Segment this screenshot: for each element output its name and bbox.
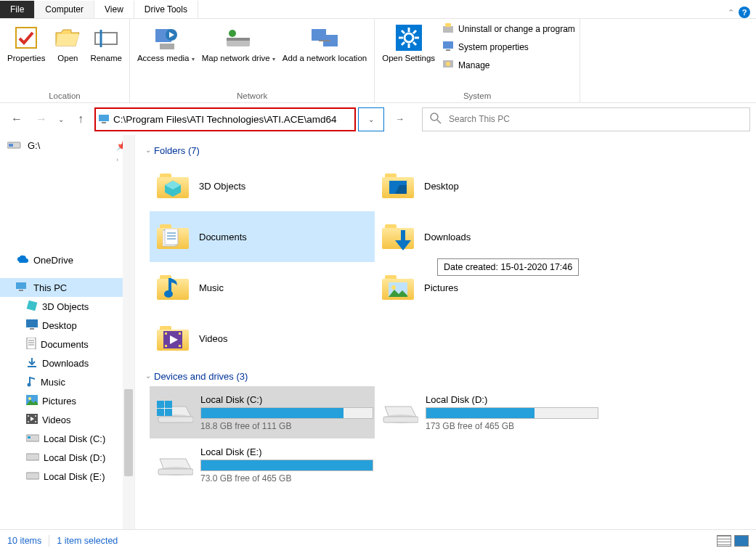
section-drives[interactable]: Devices and drives (3) (135, 367, 750, 386)
drive-free-text: 173 GB free of 465 GB (426, 421, 598, 431)
open-button[interactable]: Open (49, 22, 86, 65)
map-network-drive-button[interactable]: Map network drive ▾ (199, 22, 278, 65)
svg-rect-71 (165, 332, 167, 335)
folder-tile[interactable]: Documents (150, 211, 375, 262)
section-folders[interactable]: Folders (7) (135, 141, 750, 160)
open-settings-button[interactable]: Open Settings (379, 22, 438, 72)
nav-back-button[interactable]: ← (6, 108, 28, 130)
sidebar-icon (26, 452, 39, 463)
folder-tile[interactable]: 3D Objects (150, 160, 375, 211)
sidebar-item-label[interactable]: G:\ (28, 140, 40, 151)
address-history-dropdown[interactable]: ⌄ (358, 107, 384, 131)
svg-rect-24 (445, 23, 451, 27)
system-properties-link[interactable]: System properties (442, 40, 575, 54)
svg-rect-78 (157, 401, 164, 408)
svg-rect-39 (30, 328, 34, 330)
nav-up-button[interactable]: ↑ (70, 108, 92, 130)
folder-icon (381, 168, 415, 203)
view-details-button[interactable] (717, 535, 731, 547)
sidebar-item[interactable]: Local Disk (D:) (0, 448, 134, 467)
sidebar-item[interactable]: Documents (0, 335, 134, 354)
nav-forward-button[interactable]: → (31, 108, 52, 130)
sidebar-icon (26, 395, 38, 407)
sidebar-item[interactable]: Videos (0, 410, 134, 429)
svg-rect-37 (27, 300, 38, 311)
rename-button[interactable]: Rename (87, 22, 124, 65)
content-pane: Folders (7) 3D ObjectsDesktopDocumentsDo… (135, 135, 756, 529)
folder-tile[interactable]: Downloads (375, 211, 600, 262)
drive-usage-bar (426, 407, 598, 419)
sidebar-item[interactable]: Music (0, 372, 134, 391)
svg-point-47 (28, 397, 31, 400)
tab-file[interactable]: File (0, 1, 35, 18)
search-icon (430, 113, 442, 126)
rename-icon (94, 23, 118, 52)
navigation-pane: G:\ 📌 › OneDrive This PC 3D ObjectsDeskt… (0, 135, 135, 529)
manage-icon (442, 58, 454, 72)
address-go-button[interactable]: → (387, 107, 413, 131)
nav-recent-dropdown[interactable]: ⌄ (55, 108, 67, 130)
svg-rect-8 (227, 38, 250, 41)
drive-label: Local Disk (C:) (200, 394, 373, 405)
tab-drive-tools[interactable]: Drive Tools (134, 1, 198, 18)
drive-tile[interactable]: Local Disk (E:)73.0 GB free of 465 GB (150, 438, 375, 491)
collapse-ribbon-icon[interactable]: ⌃ (728, 8, 734, 17)
sidebar-icon (26, 414, 38, 426)
svg-rect-77 (158, 417, 193, 423)
tab-view[interactable]: View (94, 1, 134, 18)
svg-rect-25 (443, 41, 453, 49)
folder-icon (155, 321, 190, 356)
sidebar-item[interactable]: 3D Objects (0, 297, 134, 316)
access-media-button[interactable]: Access media ▾ (134, 22, 198, 65)
address-bar[interactable] (94, 107, 356, 131)
drive-tile[interactable]: Local Disk (C:)18.8 GB free of 111 GB (150, 386, 375, 438)
sidebar-item-label: Local Disk (E:) (44, 471, 105, 482)
sidebar-item-thispc[interactable]: This PC (0, 278, 134, 297)
tab-computer[interactable]: Computer (35, 1, 94, 18)
sidebar-item[interactable]: Local Disk (E:) (0, 467, 134, 486)
uninstall-program-link[interactable]: Uninstall or change a program (442, 22, 575, 36)
folder-icon (155, 168, 190, 203)
svg-rect-0 (16, 28, 36, 48)
svg-rect-83 (383, 417, 418, 423)
folder-tile[interactable]: Desktop (375, 160, 600, 211)
svg-point-31 (431, 113, 438, 121)
sidebar-scrollbar[interactable] (123, 135, 134, 529)
status-bar: 10 items 1 item selected (0, 529, 756, 551)
navigation-bar: ← → ⌄ ↑ ⌄ → Search This PC (0, 103, 756, 135)
svg-rect-80 (157, 409, 164, 416)
svg-rect-51 (35, 415, 36, 417)
drive-tile[interactable]: Local Disk (D:)173 GB free of 465 GB (375, 386, 600, 438)
svg-rect-4 (160, 44, 174, 49)
svg-rect-49 (28, 415, 29, 417)
svg-rect-30 (102, 122, 106, 123)
sidebar-item[interactable]: Downloads (0, 354, 134, 372)
address-input[interactable] (112, 113, 351, 126)
add-network-location-button[interactable]: Add a network location (280, 22, 370, 65)
folder-tile[interactable]: Music (150, 262, 375, 313)
svg-rect-40 (27, 338, 36, 349)
sidebar-item[interactable]: Local Disk (C:) (0, 429, 134, 448)
svg-rect-26 (446, 49, 450, 51)
sidebar-icon (26, 319, 38, 332)
svg-rect-74 (179, 345, 181, 347)
drive-label: Local Disk (E:) (200, 446, 373, 457)
help-icon[interactable]: ? (739, 7, 750, 18)
svg-rect-81 (165, 409, 172, 416)
folder-label: Videos (199, 333, 228, 344)
pc-icon (16, 282, 29, 294)
search-box[interactable]: Search This PC (422, 107, 750, 131)
folder-label: Documents (199, 232, 247, 242)
sidebar-item[interactable]: Pictures (0, 391, 134, 410)
folder-tile[interactable]: Videos (150, 313, 375, 364)
manage-link[interactable]: Manage (442, 58, 575, 72)
sidebar-item[interactable]: Desktop (0, 316, 134, 335)
svg-line-32 (437, 120, 441, 123)
properties-button[interactable]: Properties (4, 22, 48, 65)
svg-point-69 (391, 285, 396, 290)
folder-icon (155, 270, 190, 305)
view-large-icons-button[interactable] (734, 535, 749, 547)
sidebar-item-onedrive[interactable]: OneDrive (0, 250, 134, 269)
svg-rect-23 (443, 26, 453, 33)
removable-drive-icon (7, 139, 22, 152)
